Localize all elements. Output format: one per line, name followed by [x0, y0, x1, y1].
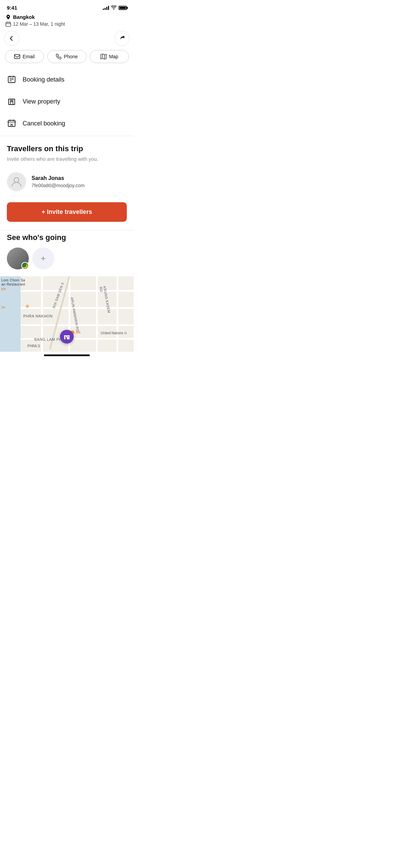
map-road-v3: [96, 276, 98, 352]
map-icon: [100, 54, 107, 59]
status-time: 9:41: [7, 5, 17, 11]
traveller-email: 7fe00a80@moodjoy.com: [32, 183, 85, 188]
person-icon: [11, 176, 22, 187]
see-going-title: See who's going: [7, 233, 127, 242]
going-user-1: 🌙: [7, 248, 29, 269]
nav-row: [0, 29, 134, 50]
date-range-text: 12 Mar – 13 Mar, 1 night: [13, 21, 65, 27]
svg-marker-5: [101, 54, 106, 59]
poi-marker-1: 🍽: [1, 287, 5, 291]
hotel-pin-icon: H: [63, 333, 70, 340]
map-hotel-pin[interactable]: H: [60, 330, 74, 343]
svg-rect-16: [10, 100, 11, 101]
phone-label: Phone: [64, 54, 77, 59]
back-arrow-icon: [9, 35, 15, 41]
country-badge: 🌙: [21, 262, 29, 269]
poi-united-nations: United Nations ⊙: [101, 331, 127, 335]
invite-travellers-label: + Invite travellers: [41, 208, 92, 216]
back-button[interactable]: [4, 31, 19, 46]
svg-rect-28: [68, 336, 69, 337]
map-label: Map: [109, 54, 118, 59]
menu-item-view-property[interactable]: View property: [0, 91, 134, 112]
map-section[interactable]: PHRA NAKHON BANG LAM PHU SOI SAM SEN 5 A…: [0, 276, 134, 352]
share-icon: [119, 35, 125, 41]
calendar-icon: [5, 21, 11, 27]
menu-item-booking-details[interactable]: Booking details: [0, 69, 134, 91]
map-label-arun-ammarin: ARUN AMMARIN RD: [70, 297, 80, 332]
map-label-soi-sam-sen: SOI SAM SEN 5: [52, 282, 65, 309]
signal-bars-icon: [103, 6, 109, 10]
booking-details-icon: [7, 75, 16, 84]
svg-point-24: [14, 178, 19, 182]
svg-rect-15: [10, 102, 13, 105]
phone-icon: [56, 54, 61, 59]
map-road-v4: [117, 276, 118, 352]
travellers-subtitle: Invite others who are travelling with yo…: [7, 156, 127, 162]
traveller-info: Sarah Jonas 7fe00a80@moodjoy.com: [32, 175, 85, 188]
svg-text:H: H: [66, 334, 68, 336]
traveller-card: Sarah Jonas 7fe00a80@moodjoy.com: [7, 168, 127, 195]
svg-rect-27: [65, 336, 66, 337]
location-icon: [5, 14, 11, 20]
email-button[interactable]: Email: [5, 50, 44, 63]
svg-rect-17: [12, 100, 13, 101]
travellers-title: Travellers on this trip: [7, 144, 127, 153]
travellers-section: Travellers on this trip Invite others wh…: [0, 137, 134, 222]
map-button[interactable]: Map: [90, 50, 129, 63]
map-label-restaurant-2: an Restaurant: [1, 282, 25, 286]
status-bar: 9:41: [0, 0, 134, 13]
view-property-icon: [7, 97, 16, 106]
traveller-name: Sarah Jonas: [32, 175, 85, 181]
cancel-booking-label: Cancel booking: [23, 120, 65, 127]
map-label-phra-nakhon: PHRA NAKHON: [23, 314, 53, 318]
traveller-avatar: [7, 172, 26, 191]
battery-icon: [119, 6, 127, 10]
svg-rect-26: [65, 337, 67, 339]
svg-rect-4: [14, 55, 20, 59]
header-date: 12 Mar – 13 Mar, 1 night: [5, 21, 128, 27]
poi-marker-3: 🏛: [26, 304, 29, 308]
map-label-phra-s: PHRA S: [27, 344, 40, 348]
invite-travellers-button[interactable]: + Invite travellers: [7, 202, 127, 222]
email-icon: [14, 54, 20, 59]
status-icons: [103, 5, 127, 11]
header: Bangkok 12 Mar – 13 Mar, 1 night: [0, 13, 134, 29]
phone-button[interactable]: Phone: [47, 50, 86, 63]
action-buttons-row: Email Phone Map: [0, 50, 134, 69]
map-background: PHRA NAKHON BANG LAM PHU SOI SAM SEN 5 A…: [0, 276, 134, 352]
wifi-icon: [111, 5, 117, 11]
share-button[interactable]: [114, 31, 130, 46]
poi-marker-2: 🍽: [1, 305, 5, 309]
booking-details-label: Booking details: [23, 76, 64, 83]
cancel-booking-icon: [7, 119, 16, 128]
divider-2: [0, 230, 134, 230]
header-location: Bangkok: [5, 14, 128, 20]
email-label: Email: [23, 54, 35, 59]
map-label-restaurant-1: Lom Chom Sa: [1, 278, 25, 282]
avatars-row: 🌙 +: [7, 248, 127, 269]
add-going-button[interactable]: +: [32, 248, 54, 269]
menu-item-cancel-booking[interactable]: Cancel booking: [0, 112, 134, 134]
divider-1: [0, 136, 134, 136]
svg-rect-0: [6, 22, 11, 26]
svg-rect-18: [8, 120, 15, 126]
location-text: Bangkok: [13, 14, 35, 20]
home-indicator: [44, 354, 90, 356]
see-going-section: See who's going 🌙 +: [0, 232, 134, 269]
view-property-label: View property: [23, 98, 60, 105]
